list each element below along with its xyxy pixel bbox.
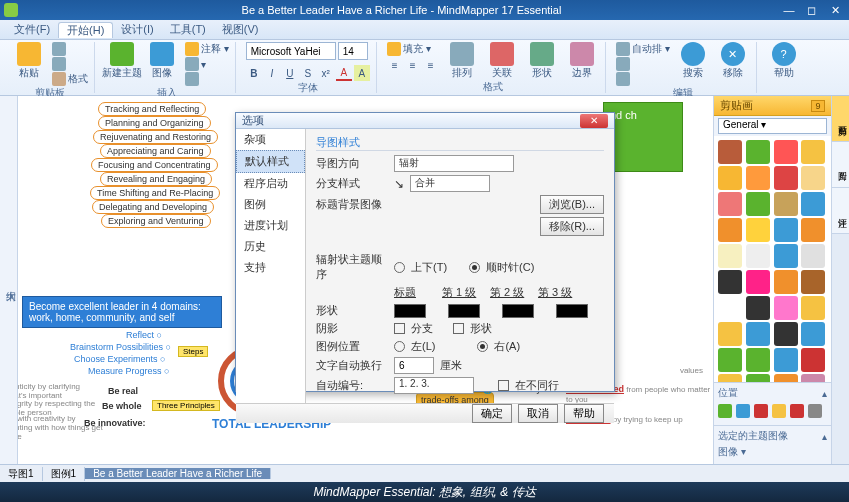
vtab-image[interactable]: 图片 [832,142,849,188]
clipart-item[interactable] [718,374,742,382]
clipart-item[interactable] [746,296,770,320]
sup-button[interactable]: x² [318,65,334,81]
image-button[interactable]: 图像 [145,42,179,80]
clipart-item[interactable] [718,166,742,190]
clipart-item[interactable] [801,374,825,382]
check-shape[interactable] [453,323,464,334]
clipart-item[interactable] [746,322,770,346]
cancel-button[interactable]: 取消 [518,404,558,423]
pos-icon[interactable] [736,404,750,418]
clipart-item[interactable] [774,296,798,320]
menu-view[interactable]: 视图(V) [214,22,267,37]
clipart-item[interactable] [801,166,825,190]
be-item[interactable]: Be real [108,386,138,396]
category-combo[interactable]: General ▾ [718,118,827,134]
be-item[interactable]: Be innovative: [84,418,146,428]
align-center[interactable]: ≡ [405,57,421,73]
menu-tools[interactable]: 工具(T) [162,22,214,37]
browse-button[interactable]: 浏览(B)... [540,195,604,214]
check-branch[interactable] [394,323,405,334]
clipart-item[interactable] [774,192,798,216]
clipart-item[interactable] [774,244,798,268]
steps-tag[interactable]: Steps [178,346,208,357]
pos-icon[interactable] [754,404,768,418]
branch-select[interactable]: 合并 [410,175,490,192]
clipart-item[interactable] [801,322,825,346]
check-sameline[interactable] [498,380,509,391]
topic-node[interactable]: Rejuvenating and Restoring [93,130,218,144]
doc-tab[interactable]: 导图1 [0,467,43,481]
reflect-item[interactable]: Reflect ○ [126,330,162,340]
minimize-button[interactable]: — [779,4,799,16]
color-a-button[interactable]: A [336,65,352,81]
clipart-item[interactable] [801,296,825,320]
green-box[interactable]: nd ch [603,102,683,172]
clipart-item[interactable] [718,218,742,242]
clipart-item[interactable] [718,270,742,294]
clipart-item[interactable] [801,270,825,294]
copy-button[interactable] [52,57,88,71]
menu-home[interactable]: 开始(H) [58,22,113,38]
nav-support[interactable]: 支持 [236,257,305,278]
clipart-item[interactable] [718,348,742,372]
clipart-item[interactable] [801,192,825,216]
attach-button[interactable] [185,72,229,86]
nav-history[interactable]: 历史 [236,236,305,257]
cut-button[interactable] [52,42,88,56]
topic-node[interactable]: Planning and Organizing [98,116,211,130]
fill-button[interactable]: 填充 ▾ [387,42,439,56]
shape-color-l3[interactable] [556,304,588,318]
remove-bg-button[interactable]: 移除(R)... [540,217,604,236]
radio-right[interactable] [477,341,488,352]
nav-default-style[interactable]: 默认样式 [236,150,305,173]
align-button[interactable]: 排列 [445,42,479,80]
underline-button[interactable]: U [282,65,298,81]
clipart-item[interactable] [801,140,825,164]
pos-icon[interactable] [790,404,804,418]
clipart-item[interactable] [774,140,798,164]
nav-misc[interactable]: 杂项 [236,129,305,150]
format-painter[interactable]: 格式 [52,72,88,86]
topic-node[interactable]: Time Shifting and Re-Placing [90,186,220,200]
clipart-item[interactable] [718,244,742,268]
link-button[interactable]: ▾ [185,57,229,71]
clipart-item[interactable] [801,348,825,372]
reflect-item[interactable]: Measure Progress ○ [88,366,169,376]
nav-schedule[interactable]: 进度计划 [236,215,305,236]
reflect-item[interactable]: Brainstorm Possibilities ○ [70,342,171,352]
clipart-item[interactable] [774,218,798,242]
outline-rail[interactable]: 大纲 [0,96,18,464]
vtab-comment[interactable]: 评注 [832,188,849,234]
image-dropdown[interactable]: 图像 ▾ [718,446,746,457]
clipart-item[interactable] [718,192,742,216]
align-right[interactable]: ≡ [423,57,439,73]
clipart-item[interactable] [774,348,798,372]
clipart-item[interactable] [746,218,770,242]
shape-color-title[interactable] [394,304,426,318]
radio-left[interactable] [394,341,405,352]
shape-button[interactable]: 形状 [525,42,559,80]
help-button[interactable]: ?帮助 [767,42,801,80]
align-left[interactable]: ≡ [387,57,403,73]
font-name-combo[interactable]: Microsoft YaHei [246,42,336,60]
pos-icon[interactable] [772,404,786,418]
shape-color-l2[interactable] [502,304,534,318]
clipart-item[interactable] [746,166,770,190]
strike-button[interactable]: S [300,65,316,81]
note-button[interactable]: 注释 ▾ [185,42,229,56]
italic-button[interactable]: I [264,65,280,81]
clipart-item[interactable] [746,348,770,372]
relation-button[interactable]: 关联 [485,42,519,80]
help-button[interactable]: 帮助 [564,404,604,423]
direction-select[interactable]: 辐射 [394,155,514,172]
edit-3[interactable] [616,72,670,86]
bold-button[interactable]: B [246,65,262,81]
radio-topdown[interactable] [394,262,405,273]
menu-file[interactable]: 文件(F) [6,22,58,37]
topic-node[interactable]: Revealing and Engaging [100,172,212,186]
clipart-item[interactable] [774,374,798,382]
doc-tab[interactable]: 图例1 [43,467,86,481]
be-item[interactable]: Be whole [102,401,142,411]
clipart-item[interactable] [774,270,798,294]
wrap-input[interactable] [394,357,434,374]
